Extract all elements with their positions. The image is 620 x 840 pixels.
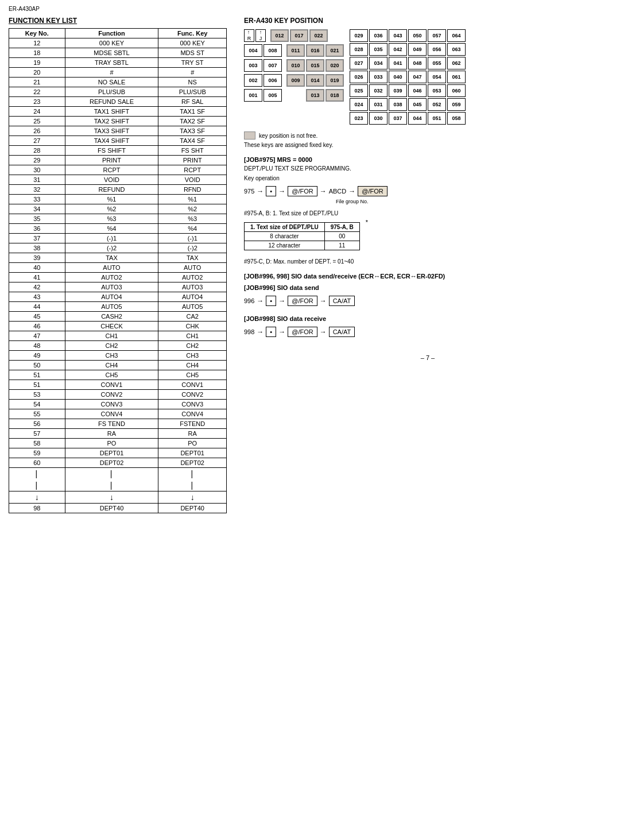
f996-for: @/FOR xyxy=(288,296,317,306)
col-header-key-no: Key No. xyxy=(9,29,65,38)
table-cell: DEPT40 xyxy=(158,504,227,513)
kr-025: 025 xyxy=(350,84,368,97)
kr-064: 064 xyxy=(447,29,466,42)
job998-formula: 998 → • → @/FOR → CA/AT xyxy=(244,327,611,337)
job975-ab-content: 1. Text size of DEPT./PLU 975-A, B 8 cha… xyxy=(244,219,611,254)
f996-end: CA/AT xyxy=(329,296,355,306)
table-cell: PRINT xyxy=(158,156,227,165)
kr-050: 050 xyxy=(408,29,427,42)
table-cell: RA xyxy=(65,429,158,439)
kr-032: 032 xyxy=(369,84,388,97)
job996-sub: [JOB#996] SIO data send 996 → • → @/FOR … xyxy=(244,284,611,306)
table-cell: CONV1 xyxy=(65,380,158,390)
table-cell: 27 xyxy=(9,136,65,146)
table-cell: CH2 xyxy=(65,341,158,351)
table-cell: CH2 xyxy=(158,341,227,351)
table-cell: PLU/SUB xyxy=(65,87,158,97)
key-009: 009 xyxy=(286,74,305,87)
kr-043: 043 xyxy=(389,29,407,42)
kr-030: 030 xyxy=(369,112,388,125)
table-row: 26TAX3 SHIFTTAX3 SF xyxy=(9,126,227,136)
f975-abcd: ABCD xyxy=(329,188,347,195)
key-right-row-1: 028 035 042 049 056 063 xyxy=(350,43,466,56)
job996-title: [JOB#996] SIO data send xyxy=(244,284,611,291)
job998-sub: [JOB#998] SIO data receive 998 → • → @/F… xyxy=(244,315,611,337)
table-cell: 000 KEY xyxy=(158,38,227,48)
table-cell: TRAY SBTL xyxy=(65,58,158,68)
kr-063: 063 xyxy=(447,43,466,56)
table-cell: %1 xyxy=(158,195,227,204)
table-row: 50CH4CH4 xyxy=(9,361,227,370)
table-cell: RF SAL xyxy=(158,97,227,107)
key-right-row-6: 023 030 037 044 051 058 xyxy=(350,112,466,125)
table-cell: REFUND SALE xyxy=(65,97,158,107)
kr-056: 056 xyxy=(428,43,446,56)
kr-027: 027 xyxy=(350,57,368,69)
job975-section: [JOB#975] MRS = 0000 DEPT./PLU TEXT SIZE… xyxy=(244,156,611,265)
table-cell: AUTO3 xyxy=(158,282,227,292)
f998-dot: • xyxy=(266,327,276,337)
table-cell: NS xyxy=(158,78,227,87)
table-cell: %1 xyxy=(65,195,158,204)
table-cell: RCPT xyxy=(158,165,227,175)
file-group-note: File group No. xyxy=(336,199,611,204)
key-019: 019 xyxy=(326,74,344,87)
table-row: 29PRINTPRINT xyxy=(9,156,227,165)
f998-arrow2: → xyxy=(278,328,285,336)
key-004: 004 xyxy=(244,44,262,57)
table-cell: RCPT xyxy=(65,165,158,175)
table-cell: TRY ST xyxy=(158,58,227,68)
table-cell: REFUND xyxy=(65,185,158,195)
table-cell: AUTO xyxy=(65,263,158,273)
key-right-row-4: 025 032 039 046 053 060 xyxy=(350,84,466,97)
table-row: 55CONV4CONV4 xyxy=(9,409,227,419)
table-cell: 43 xyxy=(9,292,65,302)
table-row: 35%3%3 xyxy=(9,214,227,224)
kr-046: 046 xyxy=(408,84,427,97)
key-017: 017 xyxy=(290,29,308,42)
f996-dot: • xyxy=(266,296,276,306)
table-cell: CH4 xyxy=(158,361,227,370)
table-cell: # xyxy=(65,68,158,78)
key-010: 010 xyxy=(286,59,305,72)
f998-arrow3: → xyxy=(320,328,327,336)
f975-arrow4: → xyxy=(348,187,355,195)
table-cell: 25 xyxy=(9,117,65,126)
table-row: 60DEPT02DEPT02 xyxy=(9,458,227,468)
table-cell: CONV2 xyxy=(65,390,158,400)
table-cell: FS SHIFT xyxy=(65,146,158,156)
kr-060: 060 xyxy=(447,84,466,97)
table-row: 51CH5CH5 xyxy=(9,370,227,380)
job975-cd-section: #975-C, D: Max. number of DEPT. = 01~40 xyxy=(244,258,611,265)
table-cell: CH3 xyxy=(158,351,227,361)
kr-049: 049 xyxy=(408,43,427,56)
kr-026: 026 xyxy=(350,71,368,83)
table-cell: 49 xyxy=(9,351,65,361)
table-cell: 50 xyxy=(9,361,65,370)
table-cell: CHK xyxy=(158,322,227,331)
table-cell: %4 xyxy=(65,224,158,234)
f975-for: @/FOR xyxy=(288,186,317,196)
kr-062: 062 xyxy=(447,57,466,69)
key-003: 003 xyxy=(244,59,262,72)
col-header-function: Function xyxy=(65,29,158,38)
table-cell: 20 xyxy=(9,68,65,78)
table-cell: 60 xyxy=(9,458,65,468)
table-cell: 45 xyxy=(9,312,65,322)
table-cell: 000 KEY xyxy=(65,38,158,48)
table-row: 19TRAY SBTLTRY ST xyxy=(9,58,227,68)
legend-text: key position is not free. xyxy=(259,133,317,139)
table-cell: # xyxy=(158,68,227,78)
key-position-title: ER-A430 KEY POSITION xyxy=(244,17,611,25)
table-cell: (-)2 xyxy=(65,243,158,253)
table-row: 51CONV1CONV1 xyxy=(9,380,227,390)
table-cell: AUTO4 xyxy=(158,292,227,302)
key-right-row-2: 027 034 041 048 055 062 xyxy=(350,57,466,69)
key-right-row-3: 026 033 040 047 054 061 xyxy=(350,71,466,83)
key-014: 014 xyxy=(306,74,324,87)
key-013: 013 xyxy=(306,89,324,102)
table-row: 23REFUND SALERF SAL xyxy=(9,97,227,107)
table-cell: CONV4 xyxy=(158,409,227,419)
table-cell: 39 xyxy=(9,253,65,263)
table-cell: DEPT02 xyxy=(65,458,158,468)
